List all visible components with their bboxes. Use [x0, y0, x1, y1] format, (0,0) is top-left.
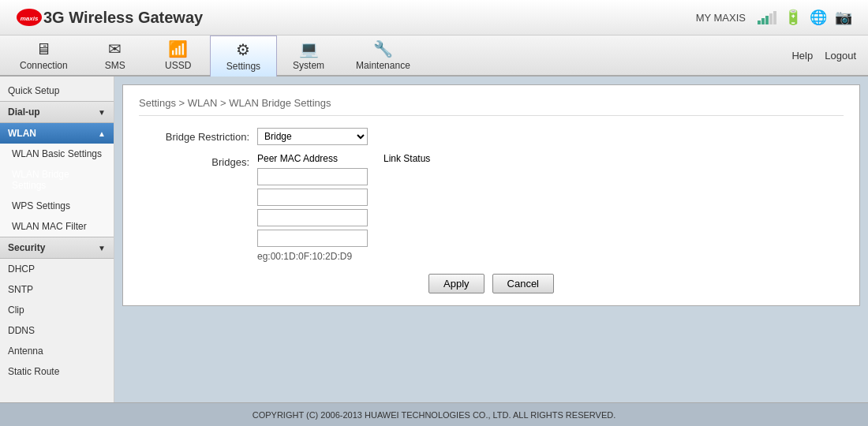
sntp-label: SNTP: [8, 284, 33, 295]
sidebar-item-wlan[interactable]: WLAN ▲: [0, 123, 114, 144]
logo: maxis: [16, 6, 43, 28]
mac-input-3[interactable]: [257, 209, 368, 226]
help-link[interactable]: Help: [791, 50, 813, 62]
cancel-button[interactable]: Cancel: [492, 274, 554, 293]
nav-maintenance[interactable]: 🔧 Maintenance: [340, 36, 426, 75]
page-title: 3G Wireless Gateway: [43, 9, 203, 27]
globe-icon: 🌐: [810, 9, 827, 26]
security-label: Security: [8, 242, 45, 253]
sidebar-item-wlan-basic[interactable]: WLAN Basic Settings: [0, 144, 114, 164]
header: maxis 3G Wireless Gateway MY MAXIS 🔋 🌐 📷: [0, 0, 868, 36]
signal-icon: [758, 11, 776, 24]
antenna-label: Antenna: [8, 346, 43, 357]
bridge-restriction-control: Bridge Disabled: [257, 128, 844, 145]
wlan-basic-label: WLAN Basic Settings: [12, 148, 102, 159]
wps-label: WPS Settings: [12, 200, 70, 211]
sidebar-item-clip[interactable]: Clip: [0, 300, 114, 320]
sidebar-item-antenna[interactable]: Antenna: [0, 341, 114, 361]
sidebar-item-ddns[interactable]: DDNS: [0, 320, 114, 341]
my-maxis-label: MY MAXIS: [696, 12, 746, 24]
connection-icon: 🖥: [36, 40, 51, 58]
nav-ussd[interactable]: 📶 USSD: [147, 36, 210, 75]
system-icon: 💻: [299, 39, 319, 58]
nav-ussd-label: USSD: [165, 60, 191, 71]
nav-connection-label: Connection: [20, 60, 68, 71]
ussd-icon: 📶: [168, 39, 188, 58]
bridge-restriction-row: Bridge Restriction: Bridge Disabled: [139, 128, 844, 145]
maxis-logo-icon: maxis: [16, 6, 43, 28]
footer: COPYRIGHT (C) 2006-2013 HUAWEI TECHNOLOG…: [0, 402, 868, 426]
chevron-down-icon: ▼: [98, 108, 106, 117]
mac-input-4[interactable]: [257, 230, 368, 247]
clip-label: Clip: [8, 305, 24, 316]
static-route-label: Static Route: [8, 366, 59, 377]
bridges-row: Bridges: Peer MAC Address Link Status eg…: [139, 153, 844, 262]
nav-sms[interactable]: ✉ SMS: [84, 36, 147, 75]
logout-link[interactable]: Logout: [825, 50, 856, 62]
sidebar-item-sntp[interactable]: SNTP: [0, 279, 114, 300]
ddns-label: DDNS: [8, 325, 35, 336]
bridge-restriction-select[interactable]: Bridge Disabled: [257, 128, 368, 145]
nav-maintenance-label: Maintenance: [356, 60, 410, 71]
bridges-label: Bridges:: [139, 153, 249, 168]
dial-up-label: Dial-up: [8, 106, 40, 118]
svg-text:maxis: maxis: [21, 15, 39, 22]
sidebar-item-dhcp[interactable]: DHCP: [0, 259, 114, 279]
sms-icon: ✉: [108, 39, 122, 58]
sidebar-item-dial-up[interactable]: Dial-up ▼: [0, 101, 114, 123]
maintenance-icon: 🔧: [373, 39, 393, 58]
content-area: Settings > WLAN > WLAN Bridge Settings B…: [114, 77, 868, 402]
battery-icon: 🔋: [784, 9, 802, 26]
bridges-column-headers: Peer MAC Address Link Status: [257, 153, 430, 164]
nav-system[interactable]: 💻 System: [277, 36, 340, 75]
bridge-restriction-label: Bridge Restriction:: [139, 128, 249, 143]
breadcrumb-sep-1: >: [179, 97, 188, 109]
bridges-content: Peer MAC Address Link Status eg:00:1D:0F…: [257, 153, 430, 262]
main-layout: Quick Setup Dial-up ▼ WLAN ▲ WLAN Basic …: [0, 77, 868, 402]
chevron-down-icon-2: ▼: [98, 244, 106, 252]
dhcp-label: DHCP: [8, 263, 35, 275]
phone-icon: 📷: [835, 9, 852, 26]
sidebar-item-wps[interactable]: WPS Settings: [0, 196, 114, 216]
sidebar-item-static-route[interactable]: Static Route: [0, 361, 114, 382]
breadcrumb-sep-2: >: [220, 97, 229, 109]
sidebar: Quick Setup Dial-up ▼ WLAN ▲ WLAN Basic …: [0, 77, 114, 402]
nav-settings-label: Settings: [226, 61, 260, 72]
nav-sms-label: SMS: [105, 60, 125, 71]
nav-settings[interactable]: ⚙ Settings: [210, 36, 277, 77]
wlan-bridge-label: WLAN Bridge Settings: [12, 169, 106, 191]
nav-links: Help Logout: [791, 36, 864, 75]
settings-icon: ⚙: [236, 40, 250, 59]
apply-button[interactable]: Apply: [428, 274, 485, 293]
copyright-text: COPYRIGHT (C) 2006-2013 HUAWEI TECHNOLOG…: [253, 410, 616, 420]
mac-input-2[interactable]: [257, 189, 368, 206]
settings-panel: Settings > WLAN > WLAN Bridge Settings B…: [122, 84, 860, 306]
chevron-up-icon: ▲: [98, 129, 106, 138]
status-icons: 🔋 🌐 📷: [758, 9, 852, 26]
mac-input-list: [257, 168, 430, 247]
sidebar-item-security[interactable]: Security ▼: [0, 237, 114, 259]
breadcrumb: Settings > WLAN > WLAN Bridge Settings: [139, 97, 844, 116]
link-status-header: Link Status: [383, 153, 430, 164]
wlan-label: WLAN: [8, 128, 36, 139]
wlan-mac-filter-label: WLAN MAC Filter: [12, 221, 87, 232]
sidebar-item-wlan-mac-filter[interactable]: WLAN MAC Filter: [0, 216, 114, 237]
quick-setup-label: Quick Setup: [8, 85, 59, 96]
mac-input-1[interactable]: [257, 168, 368, 185]
sidebar-item-wlan-bridge[interactable]: WLAN Bridge Settings: [0, 164, 114, 196]
breadcrumb-settings: Settings: [139, 97, 176, 109]
example-text: eg:00:1D:0F:10:2D:D9: [257, 251, 430, 262]
breadcrumb-page: WLAN Bridge Settings: [229, 97, 331, 109]
breadcrumb-wlan: WLAN: [188, 97, 218, 109]
sidebar-item-quick-setup[interactable]: Quick Setup: [0, 80, 114, 101]
peer-mac-header: Peer MAC Address: [257, 153, 368, 164]
header-right: MY MAXIS 🔋 🌐 📷: [696, 9, 852, 26]
button-row: Apply Cancel: [139, 274, 844, 293]
navbar: 🖥 Connection ✉ SMS 📶 USSD ⚙ Settings 💻 S…: [0, 36, 868, 77]
nav-connection[interactable]: 🖥 Connection: [4, 36, 84, 75]
nav-system-label: System: [293, 60, 324, 71]
